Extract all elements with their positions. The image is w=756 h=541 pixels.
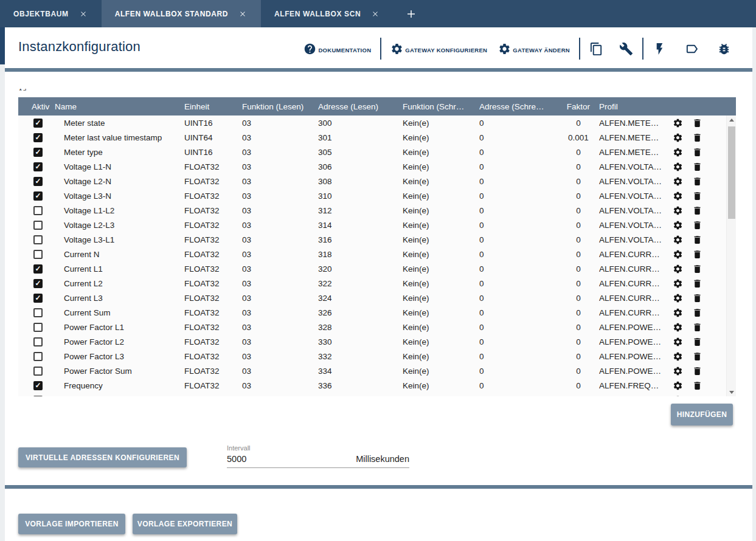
row-delete-button[interactable] [689, 350, 705, 363]
row-settings-button[interactable] [670, 320, 685, 334]
row-active-checkbox[interactable] [33, 279, 43, 288]
row-active-checkbox[interactable] [33, 323, 43, 332]
row-delete-button[interactable] [689, 306, 705, 319]
row-active-checkbox[interactable] [33, 235, 43, 244]
row-active-checkbox[interactable] [33, 352, 43, 361]
table-row: Power Factor L3FLOAT3203332Kein(e)00ALFE… [18, 349, 726, 364]
row-delete-button[interactable] [689, 335, 705, 348]
row-active-checkbox[interactable] [33, 294, 43, 303]
row-delete-button[interactable] [689, 204, 705, 217]
row-settings-button[interactable] [670, 160, 685, 173]
row-delete-button[interactable] [689, 291, 705, 305]
row-delete-button[interactable] [689, 131, 705, 144]
row-active-checkbox[interactable] [33, 221, 43, 230]
row-delete-button[interactable] [689, 262, 705, 275]
row-delete-button[interactable] [689, 364, 705, 377]
row-delete-button[interactable] [689, 145, 705, 159]
tab-close-button[interactable] [78, 9, 88, 19]
row-settings-button[interactable] [670, 204, 685, 217]
row-delete-button[interactable] [689, 233, 705, 246]
register-table: AktivNameEinheitFunktion (Lesen)Adresse … [18, 97, 736, 396]
row-delete-button[interactable] [689, 277, 705, 290]
gateway-configure-label: GATEWAY KONFIGURIEREN [405, 47, 487, 55]
row-delete-button[interactable] [689, 320, 705, 334]
row-active-checkbox[interactable] [33, 381, 43, 390]
row-delete-button[interactable] [689, 174, 705, 188]
add-row-button[interactable]: HINZUFÜGEN [671, 404, 733, 426]
import-template-button[interactable]: VORLAGE IMPORTIEREN [18, 514, 125, 534]
copy-icon [589, 42, 603, 56]
row-settings-button[interactable] [670, 116, 685, 129]
row-active-checkbox[interactable] [33, 250, 43, 259]
cell-name-value: Voltage L2-L3 [55, 221, 184, 230]
gateway-configure-button[interactable]: GATEWAY KONFIGURIEREN [390, 43, 487, 55]
row-settings-button[interactable] [670, 393, 685, 396]
tools-button[interactable] [619, 42, 633, 56]
copy-button[interactable] [589, 42, 603, 56]
cell-einheit: UINT64 [184, 133, 242, 142]
row-active-checkbox[interactable] [33, 119, 43, 128]
row-delete-button[interactable] [689, 393, 705, 396]
scroll-down-button[interactable] [727, 388, 737, 396]
row-settings-button[interactable] [670, 189, 685, 202]
row-active-checkbox[interactable] [33, 191, 43, 201]
cell-name-value: Current N [55, 250, 184, 259]
cell-active [18, 235, 55, 244]
tab-alfen-wallbox-scn[interactable]: ALFEN WALLBOX SCN [261, 0, 394, 27]
label-button[interactable] [685, 42, 699, 56]
row-delete-button[interactable] [689, 247, 705, 261]
table-scrollbar[interactable] [726, 115, 736, 396]
row-active-checkbox[interactable] [33, 264, 43, 274]
row-active-checkbox[interactable] [33, 396, 43, 397]
row-delete-button[interactable] [689, 160, 705, 173]
row-settings-button[interactable] [670, 218, 685, 232]
row-settings-button[interactable] [670, 364, 685, 377]
row-settings-button[interactable] [670, 291, 685, 305]
row-settings-button[interactable] [670, 174, 685, 188]
row-settings-button[interactable] [670, 350, 685, 363]
row-settings-button[interactable] [670, 306, 685, 319]
debug-button[interactable] [717, 42, 731, 56]
trash-icon [692, 293, 702, 303]
export-template-button[interactable]: VORLAGE EXPORTIEREN [133, 514, 237, 534]
row-settings-button[interactable] [670, 277, 685, 290]
cell-active [18, 206, 55, 215]
interval-input[interactable] [227, 454, 318, 464]
row-active-checkbox[interactable] [33, 308, 43, 317]
tab-close-button[interactable] [370, 9, 380, 19]
cell-funktion-schreiben: Kein(e) [403, 381, 479, 390]
close-icon [371, 10, 380, 18]
tab-close-button[interactable] [238, 9, 248, 19]
row-delete-button[interactable] [689, 116, 705, 129]
row-settings-button[interactable] [670, 379, 685, 392]
row-settings-button[interactable] [670, 262, 685, 275]
row-delete-button[interactable] [689, 189, 705, 202]
documentation-button[interactable]: DOKUMENTATION [303, 43, 371, 55]
tab-objektbaum[interactable]: OBJEKTBAUM [0, 0, 102, 27]
cell-adresse-schreiben: 0 [479, 148, 558, 157]
row-settings-button[interactable] [670, 335, 685, 348]
row-active-checkbox[interactable] [33, 206, 43, 215]
row-settings-button[interactable] [670, 145, 685, 159]
row-settings-button[interactable] [670, 247, 685, 261]
row-active-checkbox[interactable] [33, 148, 43, 157]
scrollbar-thumb[interactable] [728, 126, 735, 219]
tab-alfen-wallbox-standard[interactable]: ALFEN WALLBOX STANDARD [102, 0, 261, 27]
row-active-checkbox[interactable] [33, 177, 43, 186]
cell-profil: ALFEN.VOLTA… [599, 206, 670, 215]
scroll-up-button[interactable] [727, 115, 737, 124]
add-tab-button[interactable] [397, 0, 425, 27]
row-active-checkbox[interactable] [33, 337, 43, 346]
configure-virtual-addresses-button[interactable]: VIRTUELLE ADRESSEN KONFIGURIEREN [18, 447, 187, 467]
row-delete-button[interactable] [689, 379, 705, 392]
row-active-checkbox[interactable] [33, 133, 43, 142]
cell-name-value: Current Sum [55, 308, 184, 317]
row-settings-button[interactable] [670, 131, 685, 144]
row-settings-button[interactable] [670, 233, 685, 246]
gateway-change-button[interactable]: GATEWAY ÄNDERN [498, 43, 570, 55]
cell-name-value: Meter state [55, 119, 184, 128]
row-active-checkbox[interactable] [33, 162, 43, 171]
row-active-checkbox[interactable] [33, 367, 43, 376]
live-values-button[interactable] [653, 42, 667, 56]
row-delete-button[interactable] [689, 218, 705, 232]
